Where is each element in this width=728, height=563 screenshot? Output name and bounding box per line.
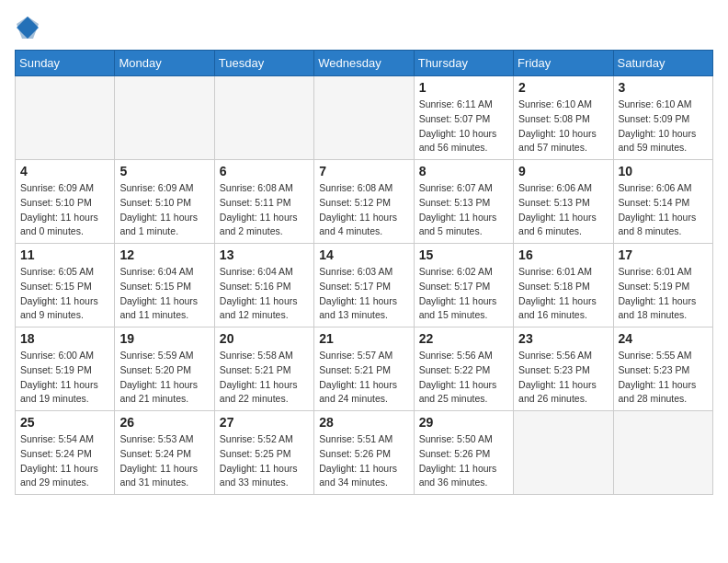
calendar-week-row: 4Sunrise: 6:09 AMSunset: 5:10 PMDaylight… xyxy=(16,160,713,244)
day-header-friday: Friday xyxy=(514,51,613,76)
calendar-cell: 20Sunrise: 5:58 AMSunset: 5:21 PMDayligh… xyxy=(214,327,313,411)
day-number: 6 xyxy=(220,164,309,178)
day-info: Sunrise: 5:56 AMSunset: 5:22 PMDaylight:… xyxy=(419,349,508,407)
day-number: 7 xyxy=(319,164,408,178)
day-number: 26 xyxy=(119,415,209,430)
day-number: 21 xyxy=(319,331,408,346)
calendar-cell: 2Sunrise: 6:10 AMSunset: 5:08 PMDaylight… xyxy=(514,76,613,160)
day-header-thursday: Thursday xyxy=(414,51,513,76)
calendar-cell: 23Sunrise: 5:56 AMSunset: 5:23 PMDayligh… xyxy=(514,327,613,411)
day-number: 24 xyxy=(619,331,708,346)
calendar-week-row: 1Sunrise: 6:11 AMSunset: 5:07 PMDaylight… xyxy=(16,76,713,160)
day-number: 23 xyxy=(518,331,608,346)
day-info: Sunrise: 5:53 AMSunset: 5:24 PMDaylight:… xyxy=(119,432,209,490)
calendar-cell xyxy=(613,411,712,495)
day-number: 12 xyxy=(119,247,209,262)
svg-marker-1 xyxy=(17,17,39,39)
calendar-table: SundayMondayTuesdayWednesdayThursdayFrid… xyxy=(15,50,713,495)
day-number: 15 xyxy=(419,247,508,262)
day-info: Sunrise: 5:51 AMSunset: 5:26 PMDaylight:… xyxy=(319,432,408,490)
day-info: Sunrise: 6:06 AMSunset: 5:13 PMDaylight:… xyxy=(518,181,608,239)
day-number: 10 xyxy=(619,164,708,178)
day-info: Sunrise: 6:07 AMSunset: 5:13 PMDaylight:… xyxy=(419,181,508,239)
day-number: 29 xyxy=(419,415,508,430)
logo-icon xyxy=(15,15,40,40)
day-number: 20 xyxy=(220,331,309,346)
calendar-cell: 12Sunrise: 6:04 AMSunset: 5:15 PMDayligh… xyxy=(115,244,214,327)
logo xyxy=(15,15,44,40)
calendar-cell: 7Sunrise: 6:08 AMSunset: 5:12 PMDaylight… xyxy=(314,160,414,244)
day-info: Sunrise: 5:57 AMSunset: 5:21 PMDaylight:… xyxy=(319,349,408,407)
day-info: Sunrise: 6:10 AMSunset: 5:09 PMDaylight:… xyxy=(619,98,708,155)
calendar-cell xyxy=(16,76,115,160)
day-info: Sunrise: 6:00 AMSunset: 5:19 PMDaylight:… xyxy=(20,349,109,407)
calendar-cell: 6Sunrise: 6:08 AMSunset: 5:11 PMDaylight… xyxy=(214,160,313,244)
day-number: 4 xyxy=(20,164,109,178)
calendar-cell: 11Sunrise: 6:05 AMSunset: 5:15 PMDayligh… xyxy=(16,244,115,327)
calendar-cell: 15Sunrise: 6:02 AMSunset: 5:17 PMDayligh… xyxy=(414,244,513,327)
day-info: Sunrise: 5:59 AMSunset: 5:20 PMDaylight:… xyxy=(119,349,209,407)
day-number: 19 xyxy=(119,331,209,346)
calendar-cell: 24Sunrise: 5:55 AMSunset: 5:23 PMDayligh… xyxy=(613,327,712,411)
day-info: Sunrise: 6:10 AMSunset: 5:08 PMDaylight:… xyxy=(518,98,608,155)
calendar-cell xyxy=(314,76,414,160)
day-info: Sunrise: 6:02 AMSunset: 5:17 PMDaylight:… xyxy=(419,265,508,323)
day-info: Sunrise: 5:50 AMSunset: 5:26 PMDaylight:… xyxy=(419,432,508,490)
day-number: 22 xyxy=(419,331,508,346)
day-number: 27 xyxy=(220,415,309,430)
calendar-week-row: 11Sunrise: 6:05 AMSunset: 5:15 PMDayligh… xyxy=(16,244,713,327)
day-header-tuesday: Tuesday xyxy=(214,51,313,76)
day-number: 2 xyxy=(518,80,608,95)
day-info: Sunrise: 6:03 AMSunset: 5:17 PMDaylight:… xyxy=(319,265,408,323)
calendar-cell xyxy=(214,76,313,160)
day-info: Sunrise: 5:52 AMSunset: 5:25 PMDaylight:… xyxy=(220,432,309,490)
calendar-cell: 14Sunrise: 6:03 AMSunset: 5:17 PMDayligh… xyxy=(314,244,414,327)
page-header xyxy=(15,15,713,40)
calendar-cell: 21Sunrise: 5:57 AMSunset: 5:21 PMDayligh… xyxy=(314,327,414,411)
calendar-cell xyxy=(514,411,613,495)
calendar-cell: 26Sunrise: 5:53 AMSunset: 5:24 PMDayligh… xyxy=(115,411,214,495)
day-number: 28 xyxy=(319,415,408,430)
calendar-cell: 13Sunrise: 6:04 AMSunset: 5:16 PMDayligh… xyxy=(214,244,313,327)
calendar-cell: 17Sunrise: 6:01 AMSunset: 5:19 PMDayligh… xyxy=(613,244,712,327)
day-info: Sunrise: 6:11 AMSunset: 5:07 PMDaylight:… xyxy=(419,98,508,155)
day-number: 14 xyxy=(319,247,408,262)
day-number: 18 xyxy=(20,331,109,346)
calendar-cell: 10Sunrise: 6:06 AMSunset: 5:14 PMDayligh… xyxy=(613,160,712,244)
calendar-cell: 5Sunrise: 6:09 AMSunset: 5:10 PMDaylight… xyxy=(115,160,214,244)
day-info: Sunrise: 6:04 AMSunset: 5:15 PMDaylight:… xyxy=(119,265,209,323)
calendar-week-row: 18Sunrise: 6:00 AMSunset: 5:19 PMDayligh… xyxy=(16,327,713,411)
day-info: Sunrise: 6:01 AMSunset: 5:18 PMDaylight:… xyxy=(518,265,608,323)
calendar-cell: 16Sunrise: 6:01 AMSunset: 5:18 PMDayligh… xyxy=(514,244,613,327)
day-info: Sunrise: 6:09 AMSunset: 5:10 PMDaylight:… xyxy=(119,181,209,239)
day-info: Sunrise: 6:06 AMSunset: 5:14 PMDaylight:… xyxy=(619,181,708,239)
calendar-cell xyxy=(115,76,214,160)
day-info: Sunrise: 5:58 AMSunset: 5:21 PMDaylight:… xyxy=(220,349,309,407)
day-header-wednesday: Wednesday xyxy=(314,51,414,76)
calendar-cell: 29Sunrise: 5:50 AMSunset: 5:26 PMDayligh… xyxy=(414,411,513,495)
day-number: 5 xyxy=(119,164,209,178)
day-info: Sunrise: 6:04 AMSunset: 5:16 PMDaylight:… xyxy=(220,265,309,323)
day-number: 13 xyxy=(220,247,309,262)
day-info: Sunrise: 6:01 AMSunset: 5:19 PMDaylight:… xyxy=(619,265,708,323)
day-number: 9 xyxy=(518,164,608,178)
calendar-cell: 18Sunrise: 6:00 AMSunset: 5:19 PMDayligh… xyxy=(16,327,115,411)
calendar-cell: 9Sunrise: 6:06 AMSunset: 5:13 PMDaylight… xyxy=(514,160,613,244)
calendar-cell: 1Sunrise: 6:11 AMSunset: 5:07 PMDaylight… xyxy=(414,76,513,160)
day-info: Sunrise: 6:09 AMSunset: 5:10 PMDaylight:… xyxy=(20,181,109,239)
calendar-cell: 19Sunrise: 5:59 AMSunset: 5:20 PMDayligh… xyxy=(115,327,214,411)
day-number: 25 xyxy=(20,415,109,430)
day-number: 8 xyxy=(419,164,508,178)
day-number: 17 xyxy=(619,247,708,262)
calendar-cell: 4Sunrise: 6:09 AMSunset: 5:10 PMDaylight… xyxy=(16,160,115,244)
day-header-sunday: Sunday xyxy=(16,51,115,76)
day-info: Sunrise: 5:56 AMSunset: 5:23 PMDaylight:… xyxy=(518,349,608,407)
day-number: 1 xyxy=(419,80,508,95)
calendar-cell: 8Sunrise: 6:07 AMSunset: 5:13 PMDaylight… xyxy=(414,160,513,244)
calendar-cell: 3Sunrise: 6:10 AMSunset: 5:09 PMDaylight… xyxy=(613,76,712,160)
day-number: 3 xyxy=(619,80,708,95)
day-header-monday: Monday xyxy=(115,51,214,76)
calendar-cell: 22Sunrise: 5:56 AMSunset: 5:22 PMDayligh… xyxy=(414,327,513,411)
day-info: Sunrise: 6:08 AMSunset: 5:12 PMDaylight:… xyxy=(319,181,408,239)
day-info: Sunrise: 5:55 AMSunset: 5:23 PMDaylight:… xyxy=(619,349,708,407)
